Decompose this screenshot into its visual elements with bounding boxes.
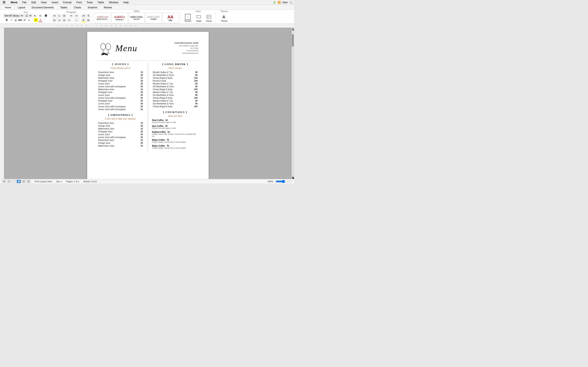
list-item: Lemon Juice30 [97, 83, 144, 85]
show-hide-button[interactable]: ¶ [86, 14, 91, 18]
font-size-select[interactable]: 12 [24, 14, 32, 17]
juices-header: { JUICES } [97, 63, 144, 66]
menu-insert[interactable]: Insert [51, 0, 59, 4]
style-body-text[interactable]: AaBbCcDd Body Text Ri... [95, 13, 111, 23]
indent-decrease-button[interactable]: ⇤ [69, 14, 74, 18]
list-item: Bailey Coffee 70 Coffee, Bailey. Served … [152, 145, 199, 149]
scroll-up-button[interactable]: ▲ [292, 28, 294, 30]
style-normal[interactable]: AaBbCcDdEe Normal [129, 13, 145, 23]
decrease-font-btn[interactable]: A↓ [38, 14, 43, 17]
menu-view[interactable]: View [40, 0, 47, 4]
menu-edit[interactable]: Edit [31, 0, 37, 4]
menu-font[interactable]: Font [76, 0, 82, 4]
align-right-button[interactable]: ⊡ [62, 18, 67, 22]
menu-title: Menu [115, 43, 138, 53]
cocktails-section: { COCKTAILS } Seize your day! Slow Coffe… [152, 110, 199, 149]
search-icon[interactable]: 🔍 [289, 1, 292, 4]
underline-button[interactable]: U [14, 18, 18, 22]
picture-button[interactable]: Picture [204, 13, 214, 23]
clear-format-btn[interactable]: 🅐 [44, 14, 48, 17]
list-item: Lemon Juice30 [97, 133, 144, 136]
tab-document-elements[interactable]: Document Elements [29, 5, 57, 9]
restaurant-name: YOUR RESTAURANT NAME [174, 42, 199, 45]
view-btn-print[interactable]: ▦ [17, 180, 21, 183]
view-btn-1[interactable]: ⊡ [2, 180, 6, 183]
zoom-slider[interactable] [276, 180, 292, 183]
border-button[interactable]: ⊟ [86, 18, 91, 22]
style-heading1[interactable]: AaBbCc Heading 1 [112, 13, 128, 23]
words-label: Words: 0 of 0 [83, 180, 96, 183]
tab-tables[interactable]: Tables [57, 5, 70, 9]
menu-format[interactable]: Format [62, 0, 72, 4]
list-item: Lemon Juice with Lemongrass25 [97, 85, 144, 88]
insert-group: Insert T Text Box Shape Picture [181, 11, 216, 23]
strikethrough-button[interactable]: abc [18, 18, 22, 22]
wifi-icon: 📶 [278, 1, 281, 4]
document-area[interactable]: Menu YOUR RESTAURANT NAME 164 S Main St,… [4, 28, 292, 179]
menu-help[interactable]: Help [122, 0, 130, 4]
shape-button[interactable]: Shape [194, 13, 203, 23]
view-btn-5[interactable]: ⊡ [22, 180, 26, 183]
bold-button[interactable]: B [5, 18, 9, 22]
restaurant-header: Menu YOUR RESTAURANT NAME 164 S Main St,… [97, 40, 199, 56]
justify-button[interactable]: ≡ [67, 18, 71, 22]
list-item: Passionfruit Juice15 [97, 71, 144, 73]
multilevel-button[interactable]: ⊟ [62, 14, 67, 18]
smoothies-header: { SMOOTHIES } [97, 113, 144, 117]
list-item: Lemon Juice with Lemongrass25 [97, 108, 144, 110]
textbox-button[interactable]: T Text Box [182, 13, 193, 23]
italic-button[interactable]: I [9, 18, 13, 22]
tab-layout[interactable]: Layout [15, 5, 28, 9]
tab-charts[interactable]: Charts [71, 5, 84, 9]
tab-review[interactable]: Review [101, 5, 115, 9]
apple-menu[interactable]: ⌘ [2, 0, 7, 5]
longdrink-header: { LONG DRINK } [152, 63, 199, 66]
smoothies-items: Passionfruit Juice15 Orange Juice20 Wate… [97, 122, 144, 147]
sort-button[interactable]: ↕A [81, 14, 86, 18]
highlight-button[interactable]: A [34, 18, 38, 22]
view-btn-3[interactable]: 📄 [12, 180, 16, 183]
text-effects-button[interactable]: A [43, 18, 47, 22]
scroll-thumb[interactable] [292, 34, 294, 47]
restaurant-address: 164 S Main St, High Point, [174, 45, 199, 47]
view-btn-6[interactable]: ⊟ [26, 180, 31, 183]
align-center-button[interactable]: ≡ [57, 18, 62, 22]
tab-home[interactable]: Home [2, 5, 14, 9]
line-spacing-button[interactable]: ↕ [74, 18, 79, 22]
superscript-button[interactable]: x² [23, 18, 27, 22]
right-column: { LONG DRINK } Cheer you up!. Absolut Vo… [152, 63, 199, 151]
scroll-down-button[interactable]: ▼ [292, 176, 294, 179]
view-btn-2[interactable]: ≡ [7, 180, 11, 183]
list-item: Pineapple Juice20 [97, 91, 144, 93]
menu-file[interactable]: File [21, 0, 27, 4]
menu-table[interactable]: Table [97, 0, 105, 4]
shading-button[interactable]: A [81, 18, 86, 22]
list-item: Ricard & Soda.100 [152, 80, 199, 82]
horizontal-ruler: | 1 2 3 4 5 6 7 8 9 10 11 12 13 14 15 16 [0, 24, 294, 28]
font-name-select[interactable]: Bell MT (Body) [3, 14, 24, 17]
list-item: Chivas Regal & Soda.100 [152, 77, 199, 79]
menu-window[interactable]: Window [108, 0, 119, 4]
list-item: Watermelon Juice10 [97, 145, 144, 147]
insert-group-label: Insert [196, 10, 201, 12]
menu-word[interactable]: Word [10, 0, 18, 4]
menu-tools[interactable]: Tools [86, 0, 94, 4]
themes-group-label: Themes [221, 10, 228, 12]
list-item: Gin Beefeather & Tonic.90 [152, 74, 199, 76]
indent-increase-button[interactable]: ⇥ [74, 14, 79, 18]
increase-font-btn[interactable]: A↑ [33, 14, 38, 17]
tab-smartart[interactable]: SmartArt [85, 5, 100, 9]
style-title[interactable]: AA Title [162, 13, 179, 23]
toolbar: Font Bell MT (Body) 12 A↑ A↓ 🅐 B I U abc… [0, 10, 294, 24]
bullets-button[interactable]: ≡• [52, 14, 57, 18]
font-color-button[interactable]: A [38, 18, 43, 22]
align-left-button[interactable]: ⊡ [52, 18, 57, 22]
view-buttons: ⊡ ≡ 📄 ▦ ⊡ ⊟ [2, 180, 31, 183]
scroll-track[interactable] [292, 30, 294, 176]
style-subtitle[interactable]: AaBbCcDdEe Subtitle [145, 13, 162, 23]
numbering-button[interactable]: 1. [57, 14, 62, 18]
themes-button[interactable]: A Themes [219, 13, 229, 23]
longdrink-section: { LONG DRINK } Cheer you up!. Absolut Vo… [152, 63, 199, 108]
restaurant-phone: 01 023 04 08 09 [174, 50, 199, 52]
subscript-button[interactable]: x₂ [27, 18, 31, 22]
